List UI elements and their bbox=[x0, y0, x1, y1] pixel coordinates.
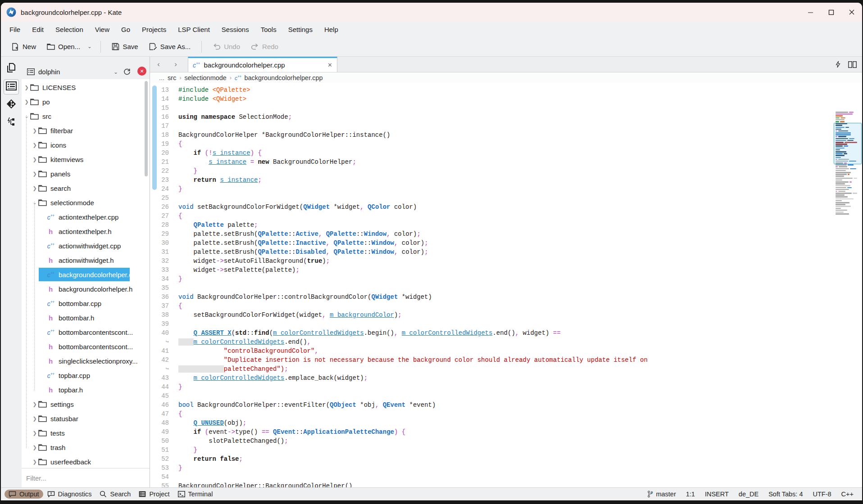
tree-file-bottombar-h[interactable]: hbottombar.h bbox=[22, 310, 150, 325]
nav-forward-button[interactable]: › bbox=[167, 57, 184, 72]
tree-folder-trash[interactable]: ❯trash bbox=[22, 440, 150, 454]
chevron-right-icon[interactable]: ❯ bbox=[32, 401, 38, 407]
nav-back-button[interactable]: ‹ bbox=[150, 57, 167, 72]
menu-item-edit[interactable]: Edit bbox=[26, 24, 50, 35]
statusbar-tab-mode[interactable]: Soft Tabs: 4 bbox=[763, 490, 808, 498]
sidebar-tool-documents[interactable] bbox=[4, 61, 19, 76]
tree-file-backgroundcolorhelper-h[interactable]: hbackgroundcolorhelper.h bbox=[22, 282, 150, 296]
breadcrumb-item[interactable]: selectionmode bbox=[184, 74, 227, 81]
project-close-button[interactable]: ✕ bbox=[134, 67, 150, 79]
split-view-icon[interactable] bbox=[848, 61, 857, 68]
tree-folder-panels[interactable]: ❯panels bbox=[22, 166, 150, 181]
chevron-down-icon[interactable]: ⌄ bbox=[23, 113, 30, 119]
undo-button[interactable]: Undo bbox=[208, 40, 245, 53]
statusbar-input-mode[interactable]: INSERT bbox=[700, 490, 734, 498]
filter-input[interactable] bbox=[26, 474, 145, 482]
tree-file-backgroundcolorhelper-c-[interactable]: c++backgroundcolorhelper.c... bbox=[22, 267, 150, 282]
code-view[interactable]: 13#include <QPalette>14#include <QWidget… bbox=[150, 83, 862, 487]
tree-file-singleclickselectionproxy-[interactable]: hsingleclickselectionproxy... bbox=[22, 354, 150, 368]
chevron-right-icon[interactable]: ❯ bbox=[32, 445, 38, 450]
breadcrumb-item[interactable]: src bbox=[168, 74, 176, 81]
sidebar-tool-git[interactable] bbox=[4, 97, 19, 112]
menu-item-help[interactable]: Help bbox=[318, 24, 344, 35]
project-refresh-button[interactable] bbox=[120, 68, 134, 79]
statusbar-toggle-search[interactable]: Search bbox=[95, 490, 135, 499]
menu-item-projects[interactable]: Projects bbox=[136, 24, 172, 35]
code-text: #include <QWidget> bbox=[178, 94, 246, 104]
breadcrumb-item[interactable]: ... bbox=[159, 74, 164, 81]
menu-item-sessions[interactable]: Sessions bbox=[216, 24, 255, 35]
chevron-right-icon[interactable]: ❯ bbox=[32, 185, 38, 191]
tree-folder-tests[interactable]: ❯tests bbox=[22, 426, 150, 440]
menu-item-view[interactable]: View bbox=[89, 24, 115, 35]
open-button[interactable]: Open... bbox=[42, 40, 85, 53]
statusbar-toggle-project[interactable]: Project bbox=[135, 490, 173, 499]
menu-item-go[interactable]: Go bbox=[115, 24, 136, 35]
tree-folder-filterbar[interactable]: ❯filterbar bbox=[22, 123, 150, 138]
close-button[interactable] bbox=[841, 3, 862, 22]
tree-file-actionwithwidget-h[interactable]: hactionwithwidget.h bbox=[22, 253, 150, 267]
lsp-symbols-icon bbox=[6, 117, 16, 129]
chevron-down-icon[interactable]: ⌄ bbox=[32, 200, 38, 206]
statusbar-toggle-terminal[interactable]: Terminal bbox=[174, 490, 217, 499]
tree-folder-icons[interactable]: ❯icons bbox=[22, 138, 150, 152]
redo-button[interactable]: Redo bbox=[246, 40, 283, 53]
minimap-viewport[interactable] bbox=[834, 123, 862, 164]
chevron-right-icon[interactable]: ❯ bbox=[32, 171, 38, 177]
tree-folder-statusbar[interactable]: ❯statusbar bbox=[22, 411, 150, 426]
tree-item-label: bottombarcontentscont... bbox=[59, 343, 133, 351]
tree-folder-po[interactable]: ❯po bbox=[22, 94, 150, 109]
project-selector[interactable]: dolphin ⌄ bbox=[22, 68, 120, 79]
chevron-down-icon[interactable]: ⌄ bbox=[85, 41, 94, 52]
saveas-button[interactable]: Save As... bbox=[145, 40, 195, 53]
statusbar-encoding[interactable]: UTF-8 bbox=[808, 490, 836, 498]
tree-folder-search[interactable]: ❯search bbox=[22, 181, 150, 195]
sidebar-tool-projects[interactable] bbox=[4, 79, 19, 94]
tab-backgroundcolorhelper[interactable]: c++ backgroundcolorhelper.cpp ✕ bbox=[188, 57, 337, 72]
maximize-button[interactable] bbox=[821, 3, 841, 22]
breadcrumb-item[interactable]: backgroundcolorhelper.cpp bbox=[244, 74, 322, 81]
tree-folder-kitemviews[interactable]: ❯kitemviews bbox=[22, 152, 150, 166]
tree-folder-src[interactable]: ⌄src bbox=[22, 109, 150, 123]
chevron-right-icon[interactable]: ❯ bbox=[32, 459, 38, 465]
statusbar-cursor-position[interactable]: 1:1 bbox=[681, 490, 700, 498]
statusbar-toggle-output[interactable]: Output bbox=[5, 490, 43, 499]
lightning-icon[interactable] bbox=[835, 61, 841, 68]
line-number: 30 bbox=[150, 238, 169, 248]
tab-close-icon[interactable]: ✕ bbox=[327, 62, 332, 68]
chevron-right-icon[interactable]: ❯ bbox=[32, 157, 38, 162]
line-number: 43 bbox=[150, 374, 169, 382]
statusbar-dictionary[interactable]: de_DE bbox=[734, 490, 763, 498]
tree-folder-settings[interactable]: ❯settings bbox=[22, 397, 150, 411]
tree-file-bottombarcontentscont-[interactable]: c++bottombarcontentscont... bbox=[22, 325, 150, 339]
menu-item-selection[interactable]: Selection bbox=[50, 24, 89, 35]
save-button[interactable]: Save bbox=[107, 40, 142, 53]
tree-file-actionwithwidget-cpp[interactable]: c++actionwithwidget.cpp bbox=[22, 238, 150, 253]
tree-folder-userfeedback[interactable]: ❯userfeedback bbox=[22, 454, 150, 468]
new-button[interactable]: New bbox=[7, 40, 41, 54]
tree-file-topbar-h[interactable]: htopbar.h bbox=[22, 382, 150, 397]
tree-file-actiontexthelper-cpp[interactable]: c++actiontexthelper.cpp bbox=[22, 210, 150, 224]
minimize-button[interactable] bbox=[800, 3, 821, 22]
tree-folder-licenses[interactable]: ❯LICENSES bbox=[22, 80, 150, 94]
minimap-scrollbar[interactable] bbox=[836, 112, 861, 215]
menu-item-lsp-client[interactable]: LSP Client bbox=[172, 24, 216, 35]
chevron-right-icon[interactable]: ❯ bbox=[32, 430, 38, 436]
menu-item-settings[interactable]: Settings bbox=[282, 24, 318, 35]
tree-folder-selectionmode[interactable]: ⌄selectionmode bbox=[22, 195, 150, 210]
chevron-right-icon[interactable]: ❯ bbox=[32, 142, 38, 148]
statusbar-git-branch[interactable]: master bbox=[642, 490, 681, 498]
tree-file-bottombarcontentscont-[interactable]: hbottombarcontentscont... bbox=[22, 339, 150, 354]
menu-item-file[interactable]: File bbox=[4, 24, 26, 35]
chevron-right-icon[interactable]: ❯ bbox=[23, 85, 30, 90]
statusbar-syntax-mode[interactable]: C++ bbox=[836, 490, 858, 498]
tree-file-actiontexthelper-h[interactable]: hactiontexthelper.h bbox=[22, 224, 150, 238]
tree-file-bottombar-cpp[interactable]: c++bottombar.cpp bbox=[22, 296, 150, 310]
chevron-right-icon[interactable]: ❯ bbox=[32, 128, 38, 134]
menu-item-tools[interactable]: Tools bbox=[255, 24, 282, 35]
chevron-right-icon[interactable]: ❯ bbox=[32, 416, 38, 422]
sidebar-tool-lsp-symbols[interactable] bbox=[4, 115, 19, 130]
tree-file-topbar-cpp[interactable]: c++topbar.cpp bbox=[22, 368, 150, 382]
chevron-right-icon[interactable]: ❯ bbox=[23, 99, 30, 105]
statusbar-toggle-diagnostics[interactable]: Diagnostics bbox=[43, 490, 96, 499]
